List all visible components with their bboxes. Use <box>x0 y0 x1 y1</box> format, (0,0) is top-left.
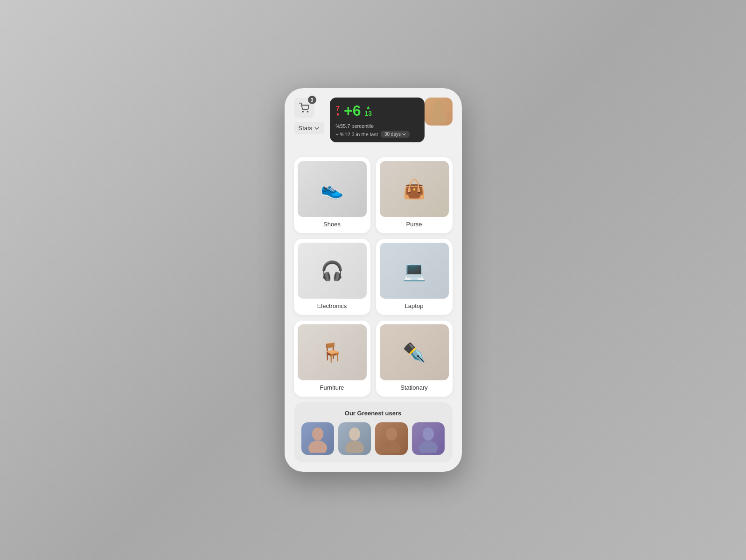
period-label: 30 days <box>384 132 401 137</box>
greenest-user-3[interactable] <box>375 422 408 455</box>
category-label-purse: Purse <box>406 221 422 230</box>
change-label: + %12.3 in the last <box>335 132 378 137</box>
svg-point-6 <box>349 427 360 441</box>
svg-point-5 <box>308 441 327 453</box>
svg-point-7 <box>345 441 364 453</box>
stat-down: 7 ▼ <box>335 105 340 117</box>
avatar-placeholder-icon <box>425 98 453 126</box>
greenest-user-2[interactable] <box>338 422 371 455</box>
header-left: 3 Stats <box>294 98 325 134</box>
stats-widget: 7 ▼ +6 ▲ 13 %55.7 percentile + %12.3 in … <box>330 98 424 142</box>
cart-row: 3 <box>294 98 325 118</box>
change-row: + %12.3 in the last 30 days <box>335 131 418 138</box>
svg-point-8 <box>386 427 397 441</box>
laptop-image-placeholder: 💻 <box>380 243 449 299</box>
cart-badge: 3 <box>308 96 316 104</box>
category-card-furniture[interactable]: 🪑 Furniture <box>294 321 370 397</box>
category-card-laptop[interactable]: 💻 Laptop <box>376 239 453 315</box>
category-card-stationary[interactable]: ✒️ Stationary <box>376 321 453 397</box>
stats-details: %55.7 percentile + %12.3 in the last 30 … <box>335 123 418 138</box>
percentile-label: %55.7 percentile <box>335 123 374 129</box>
category-label-electronics: Electronics <box>317 302 347 311</box>
down-value: 7 <box>336 105 340 112</box>
category-label-furniture: Furniture <box>320 384 344 393</box>
stats-label: Stats <box>299 125 313 132</box>
electronics-image-placeholder: 🎧 <box>298 243 367 299</box>
phone-container: 3 Stats 7 ▼ +6 ▲ 13 <box>285 88 462 472</box>
person-icon <box>429 100 448 123</box>
stat-up-small: ▲ 13 <box>365 105 372 117</box>
category-image-purse: 👜 <box>380 161 449 217</box>
category-card-purse[interactable]: 👜 Purse <box>376 157 453 233</box>
up-small-value: 13 <box>365 110 372 117</box>
stat-up-big: +6 <box>344 102 361 119</box>
category-image-shoes: 👟 <box>298 161 367 217</box>
purse-image-placeholder: 👜 <box>380 161 449 217</box>
svg-point-2 <box>434 101 443 112</box>
greenest-user-4[interactable] <box>412 422 445 455</box>
down-arrow-icon: ▼ <box>335 112 340 117</box>
svg-point-3 <box>431 112 446 123</box>
user2-avatar-icon <box>343 425 366 453</box>
svg-point-10 <box>423 427 434 441</box>
up-arrow-icon: ▲ <box>366 105 370 110</box>
user-avatar-header[interactable] <box>425 98 453 126</box>
user3-avatar-icon <box>380 425 403 453</box>
svg-point-11 <box>419 441 438 453</box>
cart-icon <box>299 103 309 113</box>
furniture-image-placeholder: 🪑 <box>298 324 367 380</box>
period-chevron-icon <box>402 133 406 136</box>
category-label-stationary: Stationary <box>400 384 428 393</box>
cart-button[interactable]: 3 <box>294 98 314 118</box>
user1-avatar-icon <box>306 425 329 453</box>
svg-point-0 <box>302 111 303 112</box>
category-image-laptop: 💻 <box>380 243 449 299</box>
svg-point-1 <box>307 111 308 112</box>
category-image-electronics: 🎧 <box>298 243 367 299</box>
chevron-down-icon <box>314 126 320 131</box>
greenest-users <box>301 422 445 455</box>
svg-point-4 <box>312 427 323 441</box>
percentile-row: %55.7 percentile <box>335 123 418 129</box>
header: 3 Stats 7 ▼ +6 ▲ 13 <box>294 98 453 150</box>
category-image-furniture: 🪑 <box>298 324 367 380</box>
category-label-shoes: Shoes <box>323 221 341 230</box>
stats-button[interactable]: Stats <box>294 122 325 134</box>
category-image-stationary: ✒️ <box>380 324 449 380</box>
category-card-electronics[interactable]: 🎧 Electronics <box>294 239 370 315</box>
period-button[interactable]: 30 days <box>381 131 410 138</box>
category-label-laptop: Laptop <box>405 302 424 311</box>
shoes-image-placeholder: 👟 <box>298 161 367 217</box>
stats-numbers: 7 ▼ +6 ▲ 13 <box>335 102 418 119</box>
category-card-shoes[interactable]: 👟 Shoes <box>294 157 370 233</box>
svg-point-9 <box>382 441 401 453</box>
user4-avatar-icon <box>417 425 440 453</box>
greenest-section: Our Greenest users <box>294 402 453 462</box>
greenest-user-1[interactable] <box>301 422 334 455</box>
greenest-title: Our Greenest users <box>301 410 445 417</box>
stationary-image-placeholder: ✒️ <box>380 324 449 380</box>
categories-grid: 👟 Shoes 👜 Purse 🎧 Electronics 💻 Laptop � <box>294 157 453 397</box>
